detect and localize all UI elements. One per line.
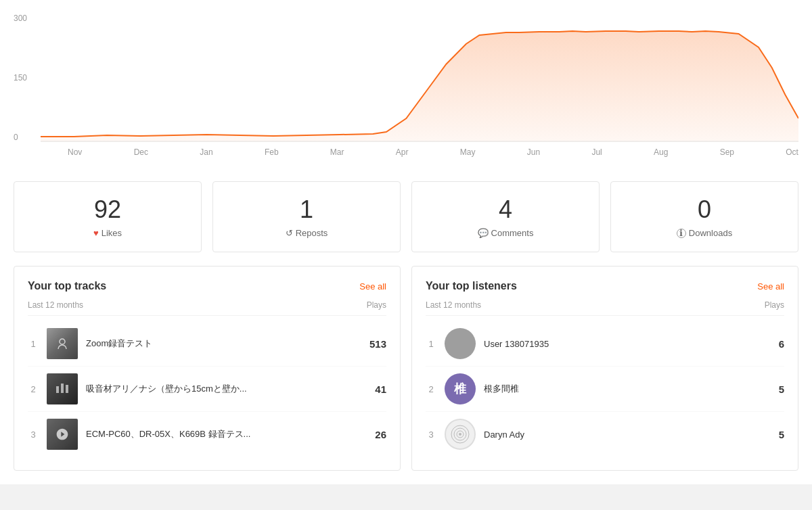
bottom-row: Your top tracks See all Last 12 months P… xyxy=(0,266,812,484)
stat-card-downloads: 0 ℹ Downloads xyxy=(610,181,798,252)
track-rank-2: 2 xyxy=(28,384,39,394)
top-listeners-meta: Last 12 months Plays xyxy=(426,300,784,316)
listener-rank-1: 1 xyxy=(426,339,436,349)
top-tracks-panel: Your top tracks See all Last 12 months P… xyxy=(14,266,401,471)
comments-number: 4 xyxy=(426,195,585,224)
x-label-jan: Jan xyxy=(200,147,212,157)
listener-plays-3: 5 xyxy=(779,429,784,440)
x-label-oct: Oct xyxy=(786,147,798,157)
listener-avatar-2: 椎 xyxy=(445,373,476,404)
x-label-apr: Apr xyxy=(396,147,409,157)
top-listeners-header: Your top listeners See all xyxy=(426,280,784,292)
listener-avatar-1 xyxy=(445,328,476,359)
repost-icon: ↺ xyxy=(286,228,293,238)
top-tracks-see-all[interactable]: See all xyxy=(359,281,386,292)
info-icon: ℹ xyxy=(677,229,686,238)
track-rank-1: 1 xyxy=(28,339,39,349)
track-row: 3 ECM-PC60、DR-05X、K669B 録音テス... 26 xyxy=(28,412,386,457)
top-listeners-panel: Your top listeners See all Last 12 month… xyxy=(411,266,798,471)
listener-plays-2: 5 xyxy=(779,384,784,395)
x-label-feb: Feb xyxy=(265,147,279,157)
x-label-may: May xyxy=(460,147,476,157)
track-name-2: 吸音材アリ／ナシ（壁から15cmと壁か... xyxy=(86,383,367,395)
x-label-sep: Sep xyxy=(720,147,734,157)
listener-row: 1 User 138071935 6 xyxy=(426,321,784,367)
stat-card-reposts: 1 ↺ Reposts xyxy=(212,181,401,252)
track-rank-3: 3 xyxy=(28,430,39,440)
y-label-150: 150 xyxy=(14,73,27,83)
chart-section: 300 150 0 xyxy=(0,0,812,168)
chart-container: Nov Dec Jan Feb Mar Apr May Jun Jul Aug … xyxy=(41,14,798,168)
listener-rank-3: 3 xyxy=(426,430,436,440)
top-listeners-period: Last 12 months xyxy=(426,300,481,310)
stats-row: 92 ♥ Likes 1 ↺ Reposts 4 💬 Comments 0 ℹ xyxy=(0,168,812,266)
x-label-jun: Jun xyxy=(527,147,540,157)
x-label-dec: Dec xyxy=(134,147,148,157)
downloads-number: 0 xyxy=(625,195,784,224)
listener-avatar-3 xyxy=(445,419,476,450)
x-label-jul: Jul xyxy=(591,147,602,157)
listener-row: 2 椎 根多間椎 5 xyxy=(426,367,784,412)
stat-card-comments: 4 💬 Comments xyxy=(411,181,600,252)
track-plays-2: 41 xyxy=(375,384,386,395)
track-row: 1 Zoom録音テスト 513 xyxy=(28,321,386,367)
listener-row: 3 Daryn Ady 5 xyxy=(426,412,784,457)
top-tracks-period: Last 12 months xyxy=(28,300,83,310)
track-name-3: ECM-PC60、DR-05X、K669B 録音テス... xyxy=(86,428,367,440)
comment-icon: 💬 xyxy=(478,228,489,238)
listener-name-3: Daryn Ady xyxy=(484,430,771,440)
heart-icon: ♥ xyxy=(93,228,99,238)
track-plays-3: 26 xyxy=(375,429,386,440)
svg-rect-3 xyxy=(61,384,64,393)
x-label-aug: Aug xyxy=(654,147,668,157)
svg-point-1 xyxy=(60,339,65,344)
top-listeners-plays-header: Plays xyxy=(765,300,784,310)
top-tracks-plays-header: Plays xyxy=(367,300,386,310)
top-tracks-meta: Last 12 months Plays xyxy=(28,300,386,316)
top-tracks-title: Your top tracks xyxy=(28,280,106,292)
listener-plays-1: 6 xyxy=(779,338,784,350)
track-thumb-1 xyxy=(47,328,78,359)
reposts-label: ↺ Reposts xyxy=(227,228,386,238)
listener-name-2: 根多間椎 xyxy=(484,383,771,395)
track-row: 2 吸音材アリ／ナシ（壁から15cmと壁か... 41 xyxy=(28,367,386,412)
page-wrapper: 300 150 0 xyxy=(0,0,812,484)
svg-point-8 xyxy=(459,433,461,436)
likes-label: ♥ Likes xyxy=(28,228,187,238)
listener-avatar-initials-2: 椎 xyxy=(454,381,466,397)
likes-number: 92 xyxy=(28,195,187,224)
reposts-number: 1 xyxy=(227,195,386,224)
downloads-label: ℹ Downloads xyxy=(625,228,784,238)
svg-rect-2 xyxy=(56,386,59,393)
top-listeners-title: Your top listeners xyxy=(426,280,517,292)
svg-rect-4 xyxy=(66,385,68,393)
track-thumb-3 xyxy=(47,419,78,450)
x-label-nov: Nov xyxy=(68,147,82,157)
top-tracks-header: Your top tracks See all xyxy=(28,280,386,292)
listener-rank-2: 2 xyxy=(426,384,436,394)
listener-name-1: User 138071935 xyxy=(484,339,771,349)
track-name-1: Zoom録音テスト xyxy=(86,338,361,350)
chart-y-labels: 300 150 0 xyxy=(14,14,27,142)
track-thumb-2 xyxy=(47,373,78,404)
stat-card-likes: 92 ♥ Likes xyxy=(14,181,202,252)
chart-svg xyxy=(41,14,798,142)
track-plays-1: 513 xyxy=(369,338,386,350)
x-label-mar: Mar xyxy=(330,147,344,157)
y-label-0: 0 xyxy=(14,133,27,142)
chart-x-labels: Nov Dec Jan Feb Mar Apr May Jun Jul Aug … xyxy=(68,142,798,168)
comments-label: 💬 Comments xyxy=(426,228,585,238)
top-listeners-see-all[interactable]: See all xyxy=(757,281,784,292)
y-label-300: 300 xyxy=(14,14,27,23)
